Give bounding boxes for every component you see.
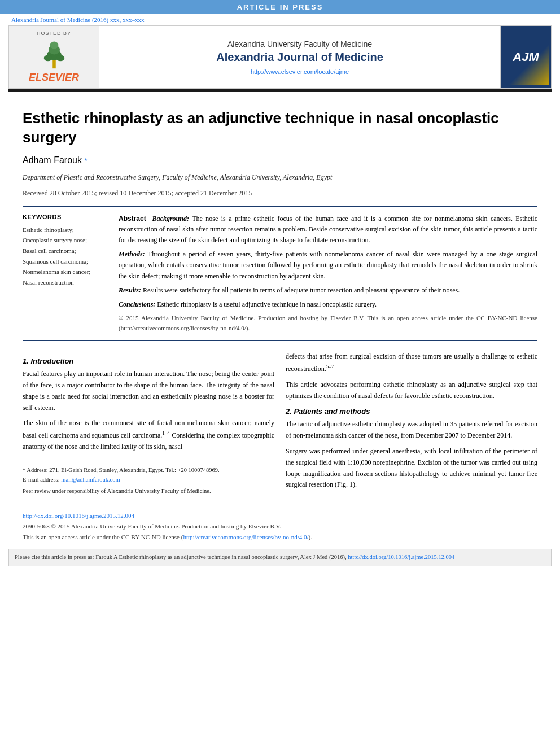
cc-text: © 2015 Alexandria University Faculty of … bbox=[119, 313, 537, 333]
ajm-logo-area: AJM bbox=[500, 26, 551, 88]
list-item: Basal cell carcinoma; bbox=[23, 246, 104, 256]
open-access-text: This is an open access article under the… bbox=[23, 534, 183, 540]
col-right: defects that arise from surgical excisio… bbox=[286, 351, 537, 496]
bottom-doi-bar: http://dx.doi.org/10.1016/j.ajme.2015.12… bbox=[0, 508, 560, 544]
footnote-email: E-mail address: mail@adhamfarouk.com bbox=[23, 475, 274, 485]
svg-rect-0 bbox=[53, 59, 56, 69]
superscript-5-7: 5–7 bbox=[326, 364, 334, 369]
hosted-by-text: HOSTED BY bbox=[37, 30, 71, 36]
body-columns: 1. Introduction Facial features play an … bbox=[23, 351, 537, 496]
results-label: Results: bbox=[119, 286, 141, 294]
intro-para-1: Facial features play an important role i… bbox=[23, 369, 274, 413]
journal-name: Alexandria Journal of Medicine bbox=[111, 51, 489, 64]
list-item: Esthetic rhinoplasty; bbox=[23, 225, 104, 235]
journal-link[interactable]: Alexandria Journal of Medicine (2016) xx… bbox=[0, 14, 560, 25]
main-content: Esthetic rhinoplasty as an adjunctive te… bbox=[0, 92, 560, 502]
author-affiliation: Department of Plastic and Reconstructive… bbox=[23, 172, 537, 182]
keywords-title: KEYWORDS bbox=[23, 213, 104, 220]
journal-header: HOSTED BY ELSEVIER Alexandria University… bbox=[8, 25, 552, 89]
patients-para-1: The tactic of adjunctive esthetic rhinop… bbox=[286, 419, 537, 442]
intro-right-para-2: This article advocates performing esthet… bbox=[286, 379, 537, 402]
intro-right-para-1: defects that arise from surgical excisio… bbox=[286, 351, 537, 375]
abstract-conclusions: Conclusions: Esthetic rhinoplasty is a u… bbox=[119, 299, 537, 310]
methods-text: Throughout a period of seven years, thir… bbox=[119, 250, 537, 279]
journal-url[interactable]: http://www.elsevier.com/locate/ajme bbox=[111, 68, 489, 75]
elsevier-tree-icon bbox=[37, 38, 71, 69]
footnote-divider bbox=[23, 461, 174, 461]
background-label: Background: bbox=[152, 215, 189, 222]
col-left: 1. Introduction Facial features play an … bbox=[23, 351, 274, 496]
superscript-1-4: 1–4 bbox=[162, 430, 170, 436]
list-item: Nasal reconstruction bbox=[23, 277, 104, 288]
received-dates: Received 28 October 2015; revised 10 Dec… bbox=[23, 189, 537, 198]
ajm-logo: AJM bbox=[504, 29, 549, 85]
patients-para-2: Surgery was performed under general anes… bbox=[286, 446, 537, 491]
abstract-label: Abstract bbox=[119, 215, 146, 222]
abstract-results: Results: Results were satisfactory for a… bbox=[119, 285, 537, 296]
list-item: Oncoplastic surgery nose; bbox=[23, 235, 104, 246]
citation-link[interactable]: http://dx.doi.org/10.1016/j.ajme.2015.12… bbox=[348, 554, 454, 560]
conclusions-text: Esthetic rhinoplasty is a useful adjunct… bbox=[157, 300, 377, 308]
citation-box: Please cite this article in press as: Fa… bbox=[8, 549, 552, 566]
section-2-heading: 2. Patients and methods bbox=[286, 407, 537, 416]
email-link[interactable]: mail@adhamfarouk.com bbox=[61, 477, 120, 483]
elsevier-logo-area: HOSTED BY ELSEVIER bbox=[9, 26, 99, 88]
citation-text: Please cite this article in press as: Fa… bbox=[15, 554, 347, 560]
abstract-methods: Methods: Throughout a period of seven ye… bbox=[119, 249, 537, 282]
list-item: Squamous cell carcinoma; bbox=[23, 256, 104, 267]
intro-para-2: The skin of the nose is the commonest si… bbox=[23, 418, 274, 452]
author-name: Adham Farouk * bbox=[23, 155, 537, 165]
keywords-list: Esthetic rhinoplasty; Oncoplastic surger… bbox=[23, 225, 104, 288]
article-title: Esthetic rhinoplasty as an adjunctive te… bbox=[23, 109, 537, 147]
elsevier-text: ELSEVIER bbox=[29, 72, 79, 84]
svg-point-4 bbox=[43, 55, 52, 61]
keywords-box: KEYWORDS Esthetic rhinoplasty; Oncoplast… bbox=[23, 213, 110, 334]
list-item: Nonmelanoma skin cancer; bbox=[23, 267, 104, 277]
peer-review-note: Peer review under responsibility of Alex… bbox=[23, 487, 274, 496]
journal-title-area: Alexandria University Faculty of Medicin… bbox=[99, 34, 500, 81]
university-name: Alexandria University Faculty of Medicin… bbox=[111, 40, 489, 49]
footnote-star: * Address: 271, El-Gaish Road, Stanley, … bbox=[23, 466, 274, 475]
abstract-section: KEYWORDS Esthetic rhinoplasty; Oncoplast… bbox=[23, 206, 537, 342]
abstract-background: Abstract Background: The nose is a prime… bbox=[119, 213, 537, 246]
abstract-content: Abstract Background: The nose is a prime… bbox=[119, 213, 537, 334]
svg-point-5 bbox=[56, 55, 64, 61]
conclusions-label: Conclusions: bbox=[119, 300, 155, 308]
issn-text: 2090-5068 © 2015 Alexandria University F… bbox=[23, 523, 281, 530]
cc-link[interactable]: http://creativecommons.org/licenses/by-n… bbox=[183, 534, 308, 540]
article-in-press-banner: ARTICLE IN PRESS bbox=[0, 0, 560, 14]
svg-point-3 bbox=[50, 42, 58, 49]
section-1-heading: 1. Introduction bbox=[23, 357, 274, 365]
results-text: Results were satisfactory for all patien… bbox=[143, 286, 460, 294]
doi-link[interactable]: http://dx.doi.org/10.1016/j.ajme.2015.12… bbox=[23, 512, 134, 519]
author-star-icon: * bbox=[84, 156, 87, 165]
methods-label: Methods: bbox=[119, 250, 145, 258]
